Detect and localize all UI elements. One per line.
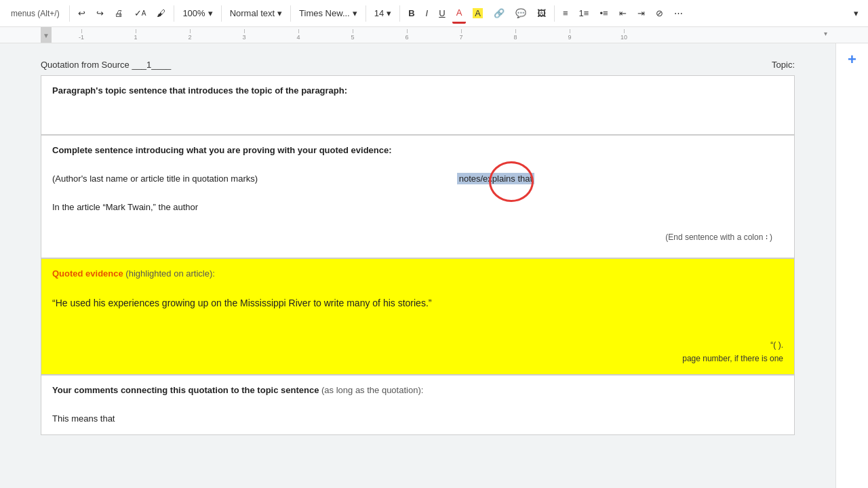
paint-format-button[interactable]: 🖌 — [153, 3, 170, 24]
increase-indent-button[interactable]: ⇥ — [633, 3, 649, 24]
topic-header: Topic: — [772, 60, 795, 70]
add-comment-button[interactable]: + — [842, 49, 863, 70]
bulleted-list-button[interactable]: •≡ — [595, 3, 612, 24]
decrease-indent-button[interactable]: ⇤ — [615, 3, 631, 24]
highlighted-word: notes/explains that — [457, 173, 534, 184]
toolbar-right: ▾ — [850, 3, 863, 24]
ruler-mark-3: 3 — [217, 29, 271, 41]
more-button[interactable]: ⋯ — [670, 3, 687, 24]
section3-content[interactable]: Quoted evidence (highlighted on article)… — [41, 259, 794, 374]
separator3 — [221, 5, 222, 22]
section3-label: Quoted evidence — [52, 268, 123, 279]
separator7 — [554, 5, 555, 22]
section4-line1: This means that — [52, 413, 115, 424]
separator6 — [399, 5, 400, 22]
ruler-mark-6: 6 — [380, 29, 434, 41]
section3-note: “( ). page number, if there is one — [52, 339, 783, 365]
section-complete-sentence[interactable]: Complete sentence introducing what you a… — [41, 135, 795, 258]
link-button[interactable]: 🔗 — [490, 3, 509, 24]
text-color-button[interactable]: A — [452, 3, 467, 24]
section-topic-sentence[interactable]: Paragraph's topic sentence that introduc… — [41, 75, 795, 135]
spell-check-button[interactable]: ✓A — [130, 3, 151, 24]
section3-note-line1: “( ). — [52, 339, 783, 352]
section2-label: Complete sentence introducing what you a… — [52, 145, 389, 155]
comment-button[interactable]: 💬 — [511, 3, 530, 24]
print-button[interactable]: 🖨 — [111, 3, 127, 24]
ruler-mark-9: 9 — [542, 29, 597, 41]
section2-content[interactable]: Complete sentence introducing what you a… — [41, 136, 794, 258]
numbered-list-button[interactable]: 1≡ — [575, 3, 593, 24]
highlight-button[interactable]: A — [469, 3, 487, 24]
underline-button[interactable]: U — [435, 3, 449, 24]
separator4 — [290, 5, 291, 22]
section2-line2: In the article “Mark Twain,” the author — [52, 202, 198, 212]
section4-content[interactable]: Your comments connecting this quotation … — [41, 375, 794, 434]
undo-button[interactable]: ↩ — [74, 3, 90, 24]
section1-content[interactable]: Paragraph's topic sentence that introduc… — [41, 76, 794, 134]
section-comments[interactable]: Your comments connecting this quotation … — [41, 375, 795, 434]
clear-format-button[interactable]: ⊘ — [652, 3, 667, 24]
align-button[interactable]: ≡ — [559, 3, 572, 24]
bold-button[interactable]: B — [404, 3, 418, 24]
font-size-dropdown[interactable]: 14 ▾ — [370, 3, 395, 24]
section1-label: Paragraph's topic sentence that introduc… — [52, 85, 347, 96]
separator2 — [174, 5, 174, 22]
ruler-marks: -1 1 2 3 4 5 6 7 8 9 10 — [54, 29, 868, 41]
separator5 — [366, 5, 366, 22]
document-area[interactable]: Quotation from Source ___1____ Topic: Pa… — [0, 43, 835, 488]
ruler-mark-2: 2 — [163, 29, 217, 41]
section-quoted-evidence[interactable]: Quoted evidence (highlighted on article)… — [41, 258, 795, 375]
ruler-mark-1: 1 — [108, 29, 163, 41]
expand-button[interactable]: ▾ — [850, 3, 863, 24]
main-area: Quotation from Source ___1____ Topic: Pa… — [0, 43, 868, 488]
right-sidebar: + — [835, 43, 868, 488]
ruler-mark-4: 4 — [271, 29, 326, 41]
section2-line1: (Author's last name or article title in … — [52, 174, 258, 184]
ruler-mark-7: 7 — [434, 29, 488, 41]
section3-quote: “He used his experiences growing up on t… — [52, 298, 431, 308]
zoom-dropdown[interactable]: 100% ▾ — [178, 3, 216, 24]
style-dropdown[interactable]: Normal text ▾ — [226, 3, 286, 24]
section2-note: (End sentence with a colon ∶ ) — [52, 228, 783, 249]
ruler-mark-minus1: -1 — [54, 29, 108, 41]
italic-button[interactable]: I — [422, 3, 433, 24]
ruler-mark-10: 10 — [597, 29, 651, 41]
ruler-left-margin[interactable]: ▼ — [41, 27, 52, 43]
section3-hint: (highlighted on article): — [123, 268, 215, 279]
section4-hint: (as long as the quotation): — [319, 385, 423, 395]
ruler: ▼ -1 1 2 3 4 5 6 7 8 9 10 ▾ — [0, 27, 868, 43]
separator — [69, 5, 70, 22]
section2-label-punct: : — [389, 145, 391, 155]
font-dropdown[interactable]: Times New... ▾ — [295, 3, 361, 24]
page-header: Quotation from Source ___1____ Topic: — [41, 57, 795, 75]
toolbar: menus (Alt+/) ↩ ↪ 🖨 ✓A 🖌 100% ▾ Normal t… — [0, 0, 868, 27]
ruler-mark-8: 8 — [488, 29, 542, 41]
ruler-right-arrow[interactable]: ▾ — [824, 30, 827, 37]
redo-button[interactable]: ↪ — [92, 3, 108, 24]
image-button[interactable]: 🖼 — [533, 3, 550, 24]
ruler-mark-5: 5 — [326, 29, 380, 41]
section3-note-line2: page number, if there is one — [52, 352, 783, 365]
section4-label: Your comments connecting this quotation … — [52, 385, 319, 395]
menus-button[interactable]: menus (Alt+/) — [5, 7, 65, 20]
quotation-header: Quotation from Source ___1____ — [41, 60, 171, 70]
